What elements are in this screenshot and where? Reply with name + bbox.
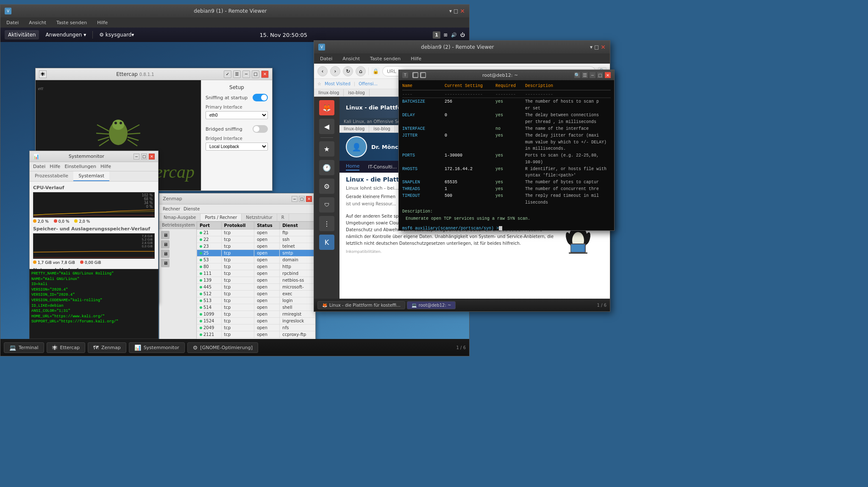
ettercap-bridged-select[interactable]: Local Loopback xyxy=(206,143,268,151)
rv2-max-btn[interactable]: □ xyxy=(594,44,599,50)
zenmap-port-row[interactable]: 1524 tcp open ingreslock xyxy=(197,318,315,325)
rv1-menu-hilfe[interactable]: Hilfe xyxy=(95,19,110,26)
zenmap-port-row[interactable]: 1099 tcp open rmiregist xyxy=(197,311,315,318)
ettercap-max-btn[interactable]: □ xyxy=(252,70,259,78)
msf-icons-left[interactable]: ⬛ xyxy=(412,72,418,78)
blog-nav-linux[interactable]: linux-blog xyxy=(339,125,369,132)
zenmap-port-row[interactable]: 80 tcp open http xyxy=(197,263,315,270)
blog-nav-it[interactable]: IT-Consulti... xyxy=(368,164,397,170)
zenmap-port-row[interactable]: 139 tcp open netbios-ss xyxy=(197,277,315,284)
rv1-menu-ansicht[interactable]: Ansicht xyxy=(26,19,49,26)
kali-audio-icon[interactable]: 🔊 xyxy=(451,32,457,38)
rv1-menu-datei[interactable]: Datei xyxy=(4,19,21,26)
kali-network-icon[interactable]: ⊞ xyxy=(444,32,448,38)
zenmap-tab-r[interactable]: R xyxy=(277,214,289,221)
ettercap-check-btn[interactable]: ✓ xyxy=(224,70,231,78)
rv2-menu-datei[interactable]: Datei xyxy=(317,55,335,62)
msf-min-btn[interactable]: − xyxy=(590,72,595,78)
kali-task-ettercap[interactable]: 🕷 Ettercap xyxy=(47,342,85,353)
sysmon-min-btn[interactable]: − xyxy=(134,154,139,160)
msf-max-btn[interactable]: □ xyxy=(597,72,603,78)
kali-activities-btn[interactable]: Aktivitäten xyxy=(5,30,39,39)
rv1-min-btn[interactable]: ▾ xyxy=(449,8,452,14)
bookmark-offensive[interactable]: Offensi... xyxy=(359,81,378,86)
zenmap-port-row[interactable]: 111 tcp open rpcbind xyxy=(197,270,315,277)
sysmon-menu-hilfe2[interactable]: Hilfe xyxy=(100,164,111,169)
rv2-close-btn[interactable]: ✕ xyxy=(601,44,606,50)
kali-power-icon[interactable]: ⏻ xyxy=(460,32,465,38)
ettercap-interface-select[interactable]: eth0 xyxy=(206,111,268,119)
rv2-menu-hilfe[interactable]: Hilfe xyxy=(408,55,424,62)
ettercap-close-btn[interactable]: ✕ xyxy=(261,70,269,78)
rv2-min-btn[interactable]: ▾ xyxy=(590,44,593,50)
kali-task-gnome[interactable]: ⚙ [GNOME-Optimierung] xyxy=(187,342,258,353)
sysmon-tab-prozess[interactable]: Prozesstabelle xyxy=(30,171,73,181)
zenmap-menu-rechner[interactable]: Rechner xyxy=(163,207,180,211)
zenmap-port-row[interactable]: 512 tcp open exec xyxy=(197,291,315,297)
kali-task-zenmap[interactable]: 🗺 Zenmap xyxy=(88,342,126,353)
msf-search-icon[interactable]: 🔍 xyxy=(574,72,580,78)
zenmap-os-icon-1[interactable]: 🖥 xyxy=(161,231,170,239)
browser-sidebar-tools[interactable]: ⚙ xyxy=(319,179,334,194)
rv2-task-browser[interactable]: 🦊 Linux - die Plattform für kosteffi... xyxy=(317,301,405,309)
browser-sidebar-history[interactable]: 🕐 xyxy=(319,160,334,175)
zenmap-port-row[interactable]: 445 tcp open microsoft- xyxy=(197,284,315,291)
zenmap-port-row[interactable]: 53 tcp open domain xyxy=(197,257,315,263)
zenmap-port-row[interactable]: 21 tcp open ftp xyxy=(197,230,315,236)
zenmap-close-btn[interactable]: ✕ xyxy=(306,196,312,202)
browser-sidebar-home[interactable]: 🦊 xyxy=(319,100,334,115)
zenmap-max-btn[interactable]: □ xyxy=(299,196,305,202)
browser-sidebar-more[interactable]: ⋮ xyxy=(319,216,334,231)
zenmap-os-icon-4[interactable]: 🖥 xyxy=(161,259,170,267)
sysmon-close-btn[interactable]: ✕ xyxy=(149,154,155,160)
zenmap-port-row[interactable]: 2121 tcp open ccproxy-ftp xyxy=(197,331,315,338)
browser-sidebar-security[interactable]: 🛡 xyxy=(319,197,334,213)
zenmap-tab-ports[interactable]: Ports / Rechner xyxy=(200,214,242,221)
ettercap-sniffing-toggle[interactable] xyxy=(253,94,268,101)
rv1-max-btn[interactable]: □ xyxy=(453,8,458,14)
zenmap-port-row[interactable]: 2049 tcp open nfs xyxy=(197,325,315,331)
bookmark-most-visited[interactable]: Most Visited xyxy=(325,81,351,86)
zenmap-tab-netz[interactable]: Netzstruktur xyxy=(242,214,277,221)
browser-home-btn[interactable]: ⌂ xyxy=(356,66,366,76)
rv2-menu-taste[interactable]: Taste senden xyxy=(367,55,403,62)
browser-refresh-btn[interactable]: ↻ xyxy=(343,66,353,76)
ettercap-min-btn[interactable]: − xyxy=(242,70,250,78)
browser-sidebar-kali[interactable]: K xyxy=(319,235,334,250)
sysmon-menu-datei[interactable]: Datei xyxy=(33,164,45,169)
rv1-close-btn[interactable]: ✕ xyxy=(460,8,465,14)
kali-task-terminal[interactable]: 💻 Terminal xyxy=(4,342,44,353)
browser-tab-linux[interactable]: linux-blog xyxy=(314,89,344,96)
msf-menu-icon[interactable]: ☰ xyxy=(582,72,588,78)
zenmap-port-row[interactable]: 22 tcp open ssh xyxy=(197,236,315,243)
rv2-menu-ansicht[interactable]: Ansicht xyxy=(340,55,362,62)
kali-sysguard-btn[interactable]: ⚙ ksysguard▾ xyxy=(99,32,134,38)
rv2-task-terminal[interactable]: 💻 root@deb12: ~ xyxy=(407,301,456,309)
zenmap-menu-dienste[interactable]: Dienste xyxy=(184,207,200,211)
sysmon-tab-systemlast[interactable]: Systemlast xyxy=(73,171,109,181)
rv1-menu-taste[interactable]: Taste senden xyxy=(54,19,89,26)
zenmap-port-row[interactable]: 23 tcp open telnet xyxy=(197,243,315,250)
ettercap-bridged-toggle[interactable] xyxy=(253,125,268,133)
sysmon-menu-hilfe[interactable]: Hilfe xyxy=(50,164,60,169)
zenmap-port-row[interactable]: 514 tcp open shell xyxy=(197,304,315,311)
blog-nav-iso[interactable]: iso-blog xyxy=(369,125,395,132)
kali-apps-btn[interactable]: Anwendungen ▾ xyxy=(45,32,86,38)
browser-sidebar-bookmarks[interactable]: ★ xyxy=(319,141,334,157)
sysmon-max-btn[interactable]: □ xyxy=(141,154,147,160)
browser-back-btn[interactable]: ‹ xyxy=(317,66,328,76)
zenmap-os-icon-3[interactable]: 🖥 xyxy=(161,249,170,258)
msf-close-btn[interactable]: ✕ xyxy=(605,72,611,78)
msf-icons-left2[interactable]: ⬛ xyxy=(420,72,426,78)
browser-tab-iso[interactable]: iso-blog xyxy=(344,89,370,96)
ettercap-menu-btn[interactable]: ☰ xyxy=(233,70,241,78)
zenmap-os-icon-2[interactable]: 🖥 xyxy=(161,240,170,249)
zenmap-port-row[interactable]: 25 tcp open smtp xyxy=(197,250,315,257)
kali-task-sysmon[interactable]: 📊 Systemmonitor xyxy=(129,342,185,353)
blog-nav-home[interactable]: Home xyxy=(346,163,359,171)
sysmon-menu-einst[interactable]: Einstellungen xyxy=(64,164,96,169)
browser-forward-btn[interactable]: › xyxy=(330,66,340,76)
zenmap-min-btn[interactable]: − xyxy=(292,196,298,202)
browser-sidebar-back[interactable]: ◀ xyxy=(319,119,334,134)
zenmap-port-row[interactable]: 513 tcp open login xyxy=(197,297,315,304)
